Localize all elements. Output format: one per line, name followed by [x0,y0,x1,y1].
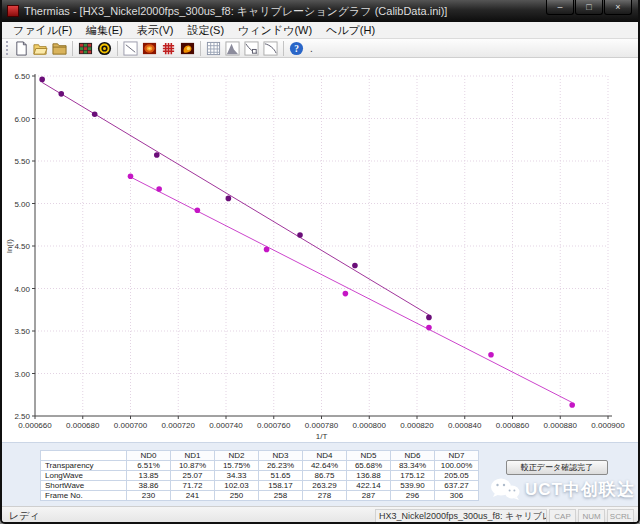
calibration-table-panel: ND0ND1ND2ND3ND4ND5ND6ND7Transparency6.51… [2,442,638,506]
menu-file[interactable]: ファイル(F) [6,22,79,39]
table-cell: 51.65 [259,471,303,481]
table-cell: 263.29 [303,481,347,491]
window-controls: –□× [545,0,632,15]
longwave-data-point [195,208,201,214]
table-cell: 278 [303,491,347,501]
longwave-data-point [156,186,162,192]
table-cell: 158.17 [259,481,303,491]
x-tick-label: 0.000680 [66,421,100,430]
x-tick-label: 0.000780 [305,421,339,430]
x-tick-label: 0.000720 [162,421,196,430]
shortwave-data-point [426,315,432,321]
table-cell: 15.75% [215,461,259,471]
longwave-data-point [569,402,575,408]
y-tick-label: 4.50 [14,242,30,251]
table-row: Transparency6.51%10.87%15.75%26.23%42.64… [41,461,479,471]
table-col-header: ND5 [347,451,391,461]
window-title: Thermias - [HX3_Nickel2000fps_300us_f8: … [24,4,545,19]
table-row-label: Frame No. [41,491,127,501]
table-cell: 230 [127,491,171,501]
red-grid-icon[interactable] [159,39,178,57]
target-icon[interactable] [95,39,114,57]
curve-icon[interactable] [261,39,280,57]
y-tick-label: 4.00 [14,285,30,294]
detector-grid-icon[interactable] [76,39,95,57]
shortwave-data-point [352,263,358,269]
thermal-image-icon[interactable] [140,39,159,57]
menu-help[interactable]: ヘルプ(H) [319,22,382,39]
table-col-header: ND2 [215,451,259,461]
y-tick-label: 5.50 [14,157,30,166]
maximize-button[interactable]: □ [575,0,603,15]
shortwave-data-point [39,77,45,83]
table-cell: 422.14 [347,481,391,491]
table-col-header: ND1 [171,451,215,461]
table-cell: 637.27 [435,481,479,491]
table-cell: 258 [259,491,303,501]
help-icon[interactable]: ? [287,39,306,57]
y-tick-label: 3.50 [14,327,30,336]
table-cell: 241 [171,491,215,501]
grid-icon[interactable] [204,39,223,57]
table-cell: 10.87% [171,461,215,471]
table-col-header: ND4 [303,451,347,461]
closed-folder-icon[interactable] [50,39,69,57]
close-button[interactable]: × [604,0,632,15]
shortwave-data-point [226,196,232,202]
status-ready-text: レディ [6,509,375,523]
menu-window[interactable]: ウィンドウ(W) [231,22,319,39]
x-tick-label: 0.000700 [114,421,148,430]
table-cell: 26.23% [259,461,303,471]
x-tick-label: 0.000820 [400,421,434,430]
x-tick-label: 0.000860 [496,421,530,430]
svg-text:?: ? [294,44,299,54]
application-window: Thermias - [HX3_Nickel2000fps_300us_f8: … [0,0,640,524]
table-cell: 83.34% [391,461,435,471]
y-tick-label: 2.50 [14,412,30,421]
menu-view[interactable]: 表示(V) [130,22,181,39]
table-row-label: ShortWave [41,481,127,491]
table-cell: 250 [215,491,259,501]
menu-bar: ファイル(F)編集(E)表示(V)設定(S)ウィンドウ(W)ヘルプ(H) [2,22,638,39]
curve-marker-icon[interactable] [242,39,261,57]
table-cell: 71.72 [171,481,215,491]
table-row-label: LongWave [41,471,127,481]
nd-values-table: ND0ND1ND2ND3ND4ND5ND6ND7Transparency6.51… [40,450,479,501]
histogram-icon[interactable] [223,39,242,57]
table-row: ShortWave38.8671.72102.03158.17263.29422… [41,481,479,491]
x-tick-label: 0.000800 [353,421,387,430]
menu-settings[interactable]: 設定(S) [180,22,231,39]
table-cell: 86.75 [303,471,347,481]
thermal-palette-icon[interactable] [178,39,197,57]
toolbar-overflow-dot: . [310,43,313,54]
table-corner-cell [41,451,127,461]
table-col-header: ND3 [259,451,303,461]
x-tick-label: 0.000740 [209,421,243,430]
open-folder-icon[interactable] [31,39,50,57]
toolbar-separator [72,41,73,56]
table-col-header: ND6 [391,451,435,461]
y-tick-label: 3.00 [14,370,30,379]
table-cell: 539.90 [391,481,435,491]
line-graph-icon[interactable] [121,39,140,57]
table-cell: 42.64% [303,461,347,471]
calibration-confirm-button[interactable]: 較正データ確認完了 [506,460,608,475]
new-file-icon[interactable] [12,39,31,57]
shortwave-data-point [58,91,64,97]
toolbar: ?. [2,39,638,58]
table-row: Frame No.230241250258278287296306 [41,491,479,501]
menu-edit[interactable]: 編集(E) [79,22,130,39]
table-cell: 100.00% [435,461,479,471]
table-cell: 296 [391,491,435,501]
title-bar: Thermias - [HX3_Nickel2000fps_300us_f8: … [2,0,638,22]
status-document-text: HX3_Nickel2000fps_300us_f8: キャリブレーショングラフ [375,509,547,523]
y-axis-label: ln(I) [5,239,14,253]
x-tick-label: 0.000900 [591,421,625,430]
shortwave-data-point [92,111,98,117]
table-cell: 175.12 [391,471,435,481]
toolbar-grip-handle[interactable] [6,41,9,55]
table-cell: 38.86 [127,481,171,491]
minimize-button[interactable]: – [546,0,574,15]
app-icon [7,5,19,17]
status-bar: レディ HX3_Nickel2000fps_300us_f8: キャリブレーショ… [2,506,638,524]
